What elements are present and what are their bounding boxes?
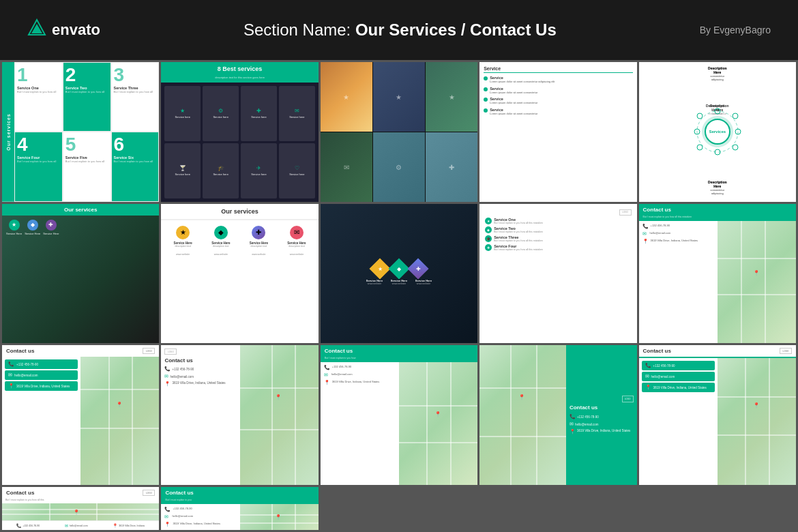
contact-slide-6: Contact us LOGO 📞 +132 456-78-90 ✉ hello… bbox=[639, 345, 796, 485]
slide-services-logo: LOGO ★ Service One But I must explain to… bbox=[479, 204, 636, 344]
contact-email-box: ✉ hello@email.com bbox=[5, 370, 78, 380]
s7-item-2: ◆ Service Here description text bbox=[211, 226, 230, 248]
s2-item-5: 🍸 Service here bbox=[164, 143, 201, 198]
section-label: Section Name: bbox=[243, 20, 351, 39]
contact-slide-4: Contact us But I must explain to you how… bbox=[321, 345, 477, 485]
s4-item-2: Service Lorem ipsum dolor sit amet conse… bbox=[484, 87, 632, 95]
map-5 bbox=[479, 345, 566, 485]
logo-3: LOGO bbox=[164, 349, 177, 355]
s2-grid: ★ Service here ⚙ Service here ✚ Service … bbox=[161, 83, 318, 202]
email-icon-4: ✉ bbox=[324, 372, 329, 378]
services-grid: 1 Service One But I must explain to you … bbox=[14, 62, 159, 202]
location-icon-6: 📍 bbox=[645, 385, 651, 390]
email-icon-1: ✉ bbox=[642, 231, 648, 237]
slide-services-circle: Description Here consectetur adipiscing … bbox=[639, 62, 796, 202]
slide-our-services-white: Our services ★ Service Here description … bbox=[161, 204, 318, 344]
s4-title: Service bbox=[484, 66, 632, 73]
s2-subtitle: description text for this section goes h… bbox=[161, 76, 318, 83]
s6-title: Our services bbox=[2, 204, 159, 216]
s2-item-8: ♡ Service here bbox=[279, 143, 315, 198]
email-icon-2: ✉ bbox=[8, 372, 12, 378]
map-2 bbox=[80, 357, 159, 485]
s4-item-1: Service Lorem ipsum dolor sit amet conse… bbox=[484, 76, 632, 84]
contact-slide-1: Contact us But I must explain to you how… bbox=[639, 204, 796, 344]
s7-item-4: ✉ Service Here description text bbox=[287, 226, 306, 248]
service-item-4: ✚ Service Four But I must explain to you… bbox=[485, 244, 631, 251]
photo-cell-6: ✚ bbox=[426, 132, 477, 202]
logo-2: LOGO bbox=[143, 348, 155, 354]
vertical-label: Our services bbox=[2, 62, 14, 202]
service-cell-4: 4 Service Four But I must explain to you… bbox=[14, 132, 63, 201]
contact-title-3: Contact us bbox=[164, 357, 236, 364]
s6-icons: ★ Service Here ◆ Service Here ✚ Service … bbox=[2, 216, 159, 239]
map-1: 📍 bbox=[718, 221, 796, 344]
logo-7: LOGO bbox=[143, 490, 155, 496]
s7-title: Our services bbox=[161, 204, 318, 220]
logo-text: envato bbox=[52, 21, 100, 39]
s2-item-6: 🎓 Service here bbox=[203, 143, 239, 198]
service-cell-5: 5 Service Five But I must explain to you… bbox=[63, 132, 111, 201]
photo-cell-2: ★ bbox=[373, 62, 425, 132]
phone-box-6: 📞 +132 456-78-90 bbox=[642, 361, 715, 370]
s7-icons: ★ Service Here description text ◆ Servic… bbox=[161, 220, 318, 253]
email-icon-3: ✉ bbox=[164, 374, 168, 379]
svg-point-9 bbox=[697, 145, 703, 150]
svg-point-8 bbox=[733, 113, 738, 119]
service-item-3: 🎓 Service Three But I must explain to yo… bbox=[485, 235, 631, 242]
author-text: By EvgenyBagro bbox=[700, 25, 771, 35]
service-cell-6: 6 Service Six But I must explain to you … bbox=[111, 132, 160, 201]
slide-our-services-dark: Our services ★ Service Here ◆ Service He… bbox=[2, 204, 159, 344]
s2-item-2: ⚙ Service here bbox=[203, 86, 239, 141]
photo-cell-5: ⚙ bbox=[373, 132, 425, 202]
email-icon-5: ✉ bbox=[570, 422, 574, 427]
location-icon-5: 📍 bbox=[570, 429, 576, 434]
service-item-1: ★ Service One But I must explain to you … bbox=[485, 218, 631, 224]
email-icon-6: ✉ bbox=[645, 374, 649, 379]
phone-icon-3: 📞 bbox=[164, 366, 171, 372]
service-item-2: ◆ Service Two But I must explain to you … bbox=[485, 226, 631, 233]
contact-title-5: Contact us bbox=[570, 404, 634, 411]
s2-item-3: ✚ Service here bbox=[241, 86, 277, 141]
envato-logo-icon bbox=[27, 18, 46, 42]
phone-icon-8: 📞 bbox=[164, 507, 171, 512]
slide-services-list: Service Service Lorem ipsum dolor sit am… bbox=[479, 62, 636, 202]
s7-item-1: ★ Service Here description text bbox=[174, 226, 192, 248]
service-cell-1: 1 Service One But I must explain to you … bbox=[14, 62, 63, 132]
logo-placement: LOGO bbox=[619, 209, 632, 216]
service-cell-2: 2 Service Two But I must explain to you … bbox=[63, 62, 111, 132]
phone-icon-5: 📞 bbox=[570, 414, 576, 419]
phone-icon-2: 📞 bbox=[8, 361, 14, 367]
photo-cell-1: ★ bbox=[321, 62, 372, 132]
section-name: Our Services / Contact Us bbox=[355, 20, 557, 39]
logo-area: envato bbox=[27, 18, 100, 42]
map-8: 📍 bbox=[240, 504, 319, 530]
svg-marker-1 bbox=[31, 24, 42, 33]
header-title: Section Name: Our Services / Contact Us bbox=[243, 20, 557, 40]
contact-title-6: Contact us bbox=[643, 348, 671, 354]
slide-8-best-services: 8 Best services description text for thi… bbox=[161, 62, 318, 202]
top-bar: envato Section Name: Our Services / Cont… bbox=[0, 0, 798, 60]
s4-item-3: Service Lorem ipsum dolor sit amet conse… bbox=[484, 97, 632, 105]
location-icon-4: 📍 bbox=[324, 380, 330, 385]
map-pin-1: 📍 bbox=[753, 270, 760, 276]
email-icon-8: ✉ bbox=[164, 514, 170, 520]
contact-title-2: Contact us bbox=[6, 348, 34, 354]
s2-item-4: ✉ Service here bbox=[279, 86, 315, 141]
contact-slide-2: Contact us LOGO 📞 +132 456-78-90 ✉ hello… bbox=[2, 345, 159, 485]
location-icon-2: 📍 bbox=[8, 383, 14, 389]
contact-slide-8: Contact us But I must explain to you LOG… bbox=[161, 487, 318, 530]
contact-header-8: Contact us bbox=[161, 487, 318, 499]
slide-services-diamonds: ★ ◆ ✚ Service Here www.website Service H… bbox=[321, 204, 477, 344]
s2-title: 8 Best services bbox=[161, 62, 318, 76]
logo-6: LOGO bbox=[780, 348, 792, 354]
slide-our-services-numbered: Our services 1 Service One But I must ex… bbox=[2, 62, 159, 202]
photo-cell-4: ✉ bbox=[321, 132, 372, 202]
contact-title-7: Contact us bbox=[6, 490, 34, 496]
location-icon-1: 📍 bbox=[642, 239, 649, 244]
s2-star-icon: ★ bbox=[180, 108, 185, 114]
phone-icon-4: 📞 bbox=[324, 365, 330, 370]
contact-slide-5: LOGO Contact us 📞 +132 456-78-90 ✉ hello… bbox=[479, 345, 636, 485]
contact-header-1: Contact us bbox=[639, 204, 796, 216]
map-3 bbox=[240, 345, 319, 485]
contact-slide-7: Contact us LOGO But I must explain to yo… bbox=[2, 487, 159, 530]
